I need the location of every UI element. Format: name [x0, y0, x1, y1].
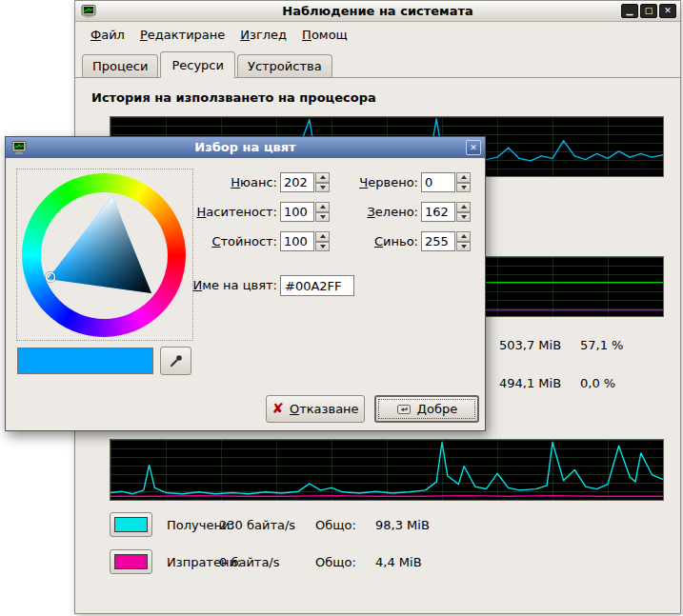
sent-color-button[interactable]	[110, 549, 152, 574]
received-rate: 230 байта/s	[219, 518, 295, 532]
value-input[interactable]	[280, 231, 314, 251]
arrow-down-icon	[461, 186, 467, 189]
saturation-value-triangle[interactable]	[17, 169, 194, 342]
ok-button[interactable]: Добре	[374, 395, 479, 423]
eyedropper-button[interactable]	[160, 347, 191, 375]
dialog-close-icon: ✕	[470, 143, 477, 152]
red-spin-down[interactable]	[456, 183, 471, 193]
color-preview	[17, 348, 153, 374]
saturation-label: Наситеност:	[191, 205, 277, 219]
saturation-spinner	[315, 202, 330, 222]
sent-total-label: Общо:	[315, 555, 356, 569]
dialog-titlebar[interactable]: Избор на цвят ✕	[6, 137, 485, 158]
minimize-icon: ▁	[627, 7, 633, 15]
sent-rate: 0 байта/s	[219, 555, 280, 569]
color-wheel-widget[interactable]	[16, 169, 193, 341]
hue-spinner	[315, 172, 330, 192]
arrow-up-icon	[320, 175, 326, 179]
tabstrip: Процеси Ресурси Устройства	[75, 50, 680, 78]
green-input[interactable]	[421, 202, 455, 222]
received-total-label: Общо:	[315, 518, 356, 532]
value-label: Стойност:	[191, 234, 277, 248]
legend-row-sent: Изпратени: 0 байта/s Общо: 4,4 MiB	[110, 549, 662, 575]
menu-help[interactable]: Помощ	[294, 25, 355, 45]
red-input[interactable]	[421, 172, 455, 192]
close-button[interactable]: ✕	[659, 4, 676, 18]
ok-button-label: Добре	[417, 402, 457, 416]
eyedropper-icon	[169, 353, 184, 368]
blue-spin-up[interactable]	[456, 231, 471, 242]
menu-edit[interactable]: Редактиране	[132, 25, 232, 45]
cancel-x-icon: ✘	[271, 402, 284, 416]
arrow-up-icon	[461, 205, 467, 209]
value-spin-up[interactable]	[315, 231, 330, 242]
network-history-graph	[110, 439, 664, 501]
color-picker-dialog: Избор на цвят ✕	[5, 136, 486, 431]
tab-processes[interactable]: Процеси	[82, 54, 158, 77]
arrow-up-icon	[461, 175, 467, 179]
color-name-input[interactable]	[280, 275, 354, 296]
saturation-spin-down[interactable]	[315, 212, 330, 223]
main-titlebar[interactable]: Наблюдение на системата ▁ □ ✕	[75, 1, 680, 22]
arrow-up-icon	[320, 205, 326, 209]
arrow-up-icon	[320, 234, 326, 238]
cpu-history-heading: История на използването на процесора	[91, 90, 376, 105]
swap-amount: 494,1 MiB	[499, 376, 561, 390]
color-name-label: Име на цвят:	[177, 278, 277, 292]
menu-file[interactable]: Файл	[83, 25, 132, 45]
blue-input[interactable]	[421, 231, 455, 251]
hue-spin-down[interactable]	[315, 183, 330, 193]
value-spin-down[interactable]	[315, 242, 330, 252]
value-spinner	[315, 231, 330, 251]
menu-view[interactable]: Изглед	[232, 25, 294, 45]
arrow-down-icon	[461, 245, 467, 248]
arrow-down-icon	[320, 186, 326, 189]
saturation-input[interactable]	[280, 202, 314, 222]
arrow-down-icon	[320, 245, 326, 248]
legend-row-received: Получени: 230 байта/s Общо: 98,3 MiB	[110, 512, 662, 538]
saturation-spin-up[interactable]	[315, 202, 330, 212]
arrow-down-icon	[320, 215, 326, 219]
red-label: Червено:	[339, 175, 418, 189]
received-color-button[interactable]	[110, 512, 152, 537]
hue-input[interactable]	[280, 172, 314, 192]
enter-key-icon	[396, 402, 412, 417]
blue-label: Синьо:	[339, 234, 418, 248]
maximize-button[interactable]: □	[640, 4, 657, 18]
cancel-button[interactable]: ✘ Отказване	[266, 395, 365, 423]
maximize-icon: □	[645, 7, 653, 15]
tab-devices[interactable]: Устройства	[237, 54, 332, 77]
green-spin-up[interactable]	[456, 202, 471, 212]
cancel-button-label: Отказване	[290, 402, 359, 416]
red-spin-up[interactable]	[456, 172, 471, 183]
green-spinner	[456, 202, 471, 222]
close-icon: ✕	[664, 7, 672, 15]
main-window-title: Наблюдение на системата	[75, 4, 680, 18]
memory-percent: 57,1 %	[580, 338, 623, 352]
hue-spin-up[interactable]	[315, 172, 330, 183]
menubar: Файл Редактиране Изглед Помощ	[75, 23, 680, 46]
red-spinner	[456, 172, 471, 192]
memory-amount: 503,7 MiB	[499, 338, 561, 352]
green-label: Зелено:	[339, 205, 418, 219]
minimize-button[interactable]: ▁	[621, 4, 638, 18]
blue-spinner	[456, 231, 471, 251]
received-total: 98,3 MiB	[375, 518, 430, 532]
received-color-swatch	[114, 517, 148, 532]
blue-spin-down[interactable]	[456, 242, 471, 252]
sent-total: 4,4 MiB	[375, 555, 422, 569]
dialog-close-button[interactable]: ✕	[466, 140, 481, 155]
tab-resources[interactable]: Ресурси	[160, 51, 235, 78]
sent-color-swatch	[114, 554, 148, 569]
arrow-up-icon	[461, 234, 467, 238]
swap-percent: 0,0 %	[580, 376, 615, 390]
hue-label: Нюанс:	[191, 175, 277, 189]
dialog-title: Избор на цвят	[6, 140, 485, 154]
green-spin-down[interactable]	[456, 212, 471, 223]
desktop: Наблюдение на системата ▁ □ ✕ Файл Редак…	[0, 0, 683, 616]
arrow-down-icon	[461, 215, 467, 219]
